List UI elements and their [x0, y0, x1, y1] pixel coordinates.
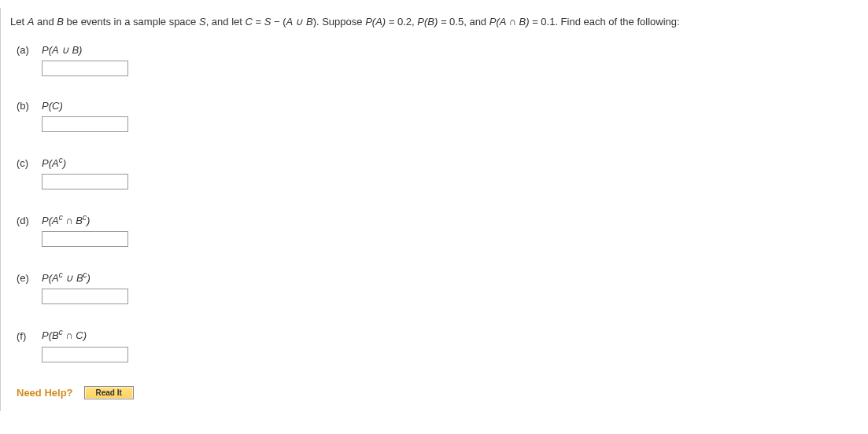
part-d-input[interactable]	[42, 231, 128, 247]
part-b: (b) P(C)	[17, 100, 859, 132]
part-c-label: (c)	[17, 157, 34, 169]
part-e-label: (e)	[17, 272, 34, 284]
stem-text: and	[34, 16, 57, 28]
part-c-expr: P(Ac)	[42, 156, 66, 169]
p-a-arg: (A) =	[372, 16, 397, 28]
stem-text: − (	[271, 16, 286, 28]
expr-aub: A ∪ B	[286, 16, 313, 28]
part-d-label: (d)	[17, 215, 34, 226]
part-e-expr: P(Ac ∪ Bc)	[42, 270, 90, 284]
part-e-input[interactable]	[42, 289, 128, 304]
part-c-input[interactable]	[42, 174, 128, 189]
part-b-input[interactable]	[42, 116, 128, 132]
sep: , and	[464, 16, 489, 28]
need-help-label: Need Help?	[17, 387, 73, 399]
question-container: Let A and B be events in a sample space …	[0, 8, 868, 411]
part-d-expr: P(Ac ∩ Bc)	[42, 213, 90, 226]
problem-stem: Let A and B be events in a sample space …	[10, 14, 859, 30]
part-f-input[interactable]	[42, 347, 128, 362]
read-it-button[interactable]: Read It	[84, 386, 134, 399]
part-f-label: (f)	[17, 330, 34, 342]
part-f: (f) P(Bc ∩ C)	[17, 328, 859, 362]
p-b-val: 0.5	[449, 16, 464, 28]
stem-text: ). Suppose	[313, 16, 366, 28]
part-a-expr: P(A ∪ B)	[42, 44, 82, 56]
p-a-label: P	[365, 16, 372, 28]
stem-tail: . Find each of the following:	[555, 16, 679, 28]
part-f-expr: P(Bc ∩ C)	[42, 328, 87, 341]
var-C: C	[246, 16, 253, 28]
p-anb-val: 0.1	[541, 16, 555, 28]
var-B: B	[57, 16, 64, 28]
p-a-val: 0.2	[397, 16, 412, 28]
part-b-label: (b)	[17, 100, 34, 112]
p-b: P(B) =	[417, 16, 449, 28]
part-a: (a) P(A ∪ B)	[17, 44, 859, 76]
part-e: (e) P(Ac ∪ Bc)	[17, 270, 859, 304]
stem-text: be events in a sample space	[64, 16, 199, 28]
p-anb: P(A ∩ B) =	[489, 16, 541, 28]
part-c: (c) P(Ac)	[17, 156, 859, 189]
part-b-expr: P(C)	[42, 100, 63, 112]
need-help-row: Need Help? Read It	[17, 386, 859, 399]
stem-text: Let	[10, 16, 28, 28]
stem-text: =	[253, 16, 264, 28]
part-d: (d) P(Ac ∩ Bc)	[17, 213, 859, 247]
part-a-input[interactable]	[42, 61, 128, 76]
stem-text: , and let	[206, 16, 246, 28]
var-S: S	[199, 16, 206, 28]
part-a-label: (a)	[17, 44, 34, 56]
